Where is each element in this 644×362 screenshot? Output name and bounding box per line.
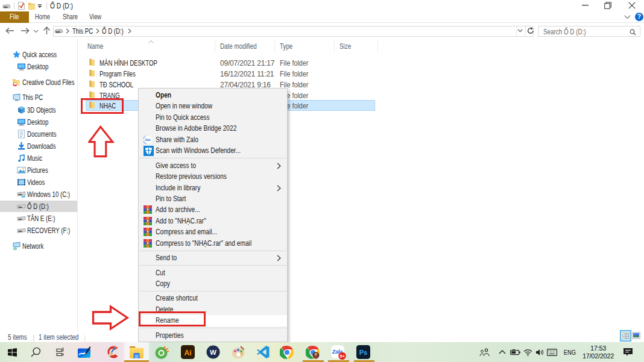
svg-text:W: W <box>210 349 216 356</box>
svg-text:Ai: Ai <box>184 349 191 357</box>
svg-text:Ps: Ps <box>359 349 367 356</box>
svg-text:Zalo: Zalo <box>145 139 151 142</box>
svg-text:5+: 5+ <box>339 353 345 358</box>
